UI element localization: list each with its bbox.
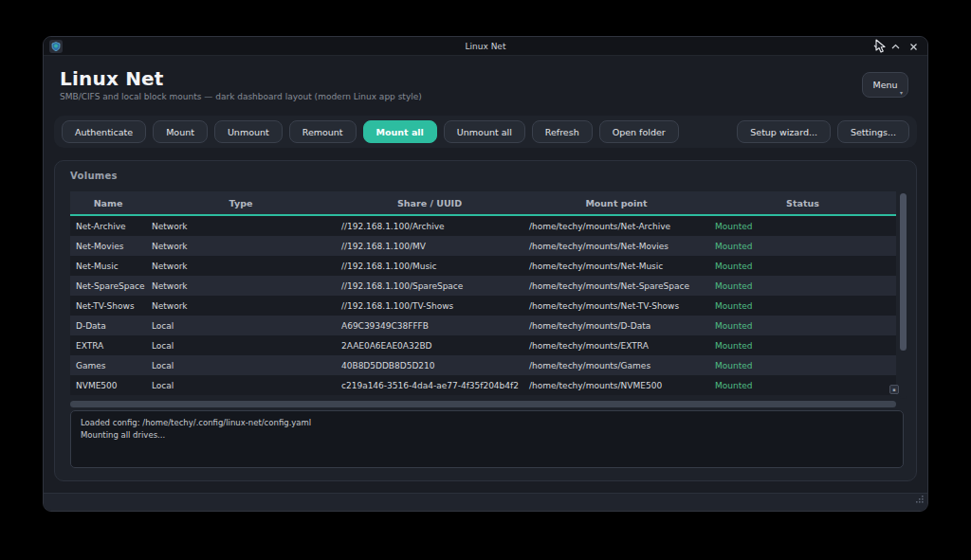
log-line: Mounting all drives... bbox=[81, 429, 893, 442]
resize-grip-icon[interactable] bbox=[914, 490, 925, 508]
titlebar[interactable]: Linux Net bbox=[44, 37, 927, 56]
table-row-net-movies[interactable]: Net-MoviesNetwork//192.168.1.100/MV/home… bbox=[70, 236, 896, 256]
volumes-section-title: Volumes bbox=[70, 171, 118, 181]
toolbar: AuthenticateMountUnmountRemountMount all… bbox=[54, 116, 917, 148]
table-row-net-music[interactable]: Net-MusicNetwork//192.168.1.100/Music/ho… bbox=[70, 256, 896, 276]
cell-name: Net-Archive bbox=[70, 222, 146, 231]
cell-name: Net-SpareSpace bbox=[70, 281, 146, 291]
log-line: Loaded config: /home/techy/.config/linux… bbox=[81, 417, 893, 429]
cell-status: Mounted bbox=[709, 222, 896, 231]
cell-status: Mounted bbox=[709, 281, 896, 291]
cell-share-uuid: A69C39349C38FFFB bbox=[336, 321, 523, 331]
cell-type: Network bbox=[146, 281, 336, 291]
table-header-row: NameTypeShare / UUIDMount pointStatus bbox=[70, 191, 896, 216]
vertical-scrollbar-thumb[interactable] bbox=[900, 193, 907, 351]
cell-status: Mounted bbox=[709, 341, 896, 351]
cell-type: Network bbox=[146, 262, 336, 271]
cell-status: Mounted bbox=[709, 321, 896, 331]
app-window: Linux Net Linux Net SMB/CIFS and local b… bbox=[43, 36, 928, 512]
toolbar-button-setup-wizard[interactable]: Setup wizard... bbox=[737, 120, 831, 143]
column-header-name[interactable]: Name bbox=[70, 198, 146, 208]
cell-mount-point: /home/techy/mounts/Net-SpareSpace bbox=[523, 281, 709, 291]
cell-name: Games bbox=[70, 361, 146, 370]
column-header-mount-point[interactable]: Mount point bbox=[523, 198, 709, 208]
cell-share-uuid: //192.168.1.100/SpareSpace bbox=[336, 281, 523, 291]
page-header: Linux Net SMB/CIFS and local block mount… bbox=[60, 62, 911, 111]
close-icon[interactable] bbox=[908, 42, 919, 52]
cell-type: Local bbox=[146, 381, 336, 390]
horizontal-scrollbar-track[interactable] bbox=[70, 401, 896, 407]
toolbar-button-mount[interactable]: Mount bbox=[153, 120, 208, 143]
table-row-extra[interactable]: EXTRALocal2AAE0A6EAE0A32BD/home/techy/mo… bbox=[70, 335, 896, 355]
toolbar-button-unmount[interactable]: Unmount bbox=[214, 120, 283, 143]
mouse-cursor bbox=[874, 39, 889, 58]
toolbar-button-settings[interactable]: Settings... bbox=[837, 120, 909, 143]
cell-share-uuid: //192.168.1.100/Archive bbox=[336, 222, 523, 231]
vertical-scrollbar-track[interactable] bbox=[900, 191, 907, 399]
cell-share-uuid: //192.168.1.100/Music bbox=[336, 262, 523, 271]
volumes-panel: Volumes NameTypeShare / UUIDMount pointS… bbox=[54, 160, 917, 481]
column-header-status[interactable]: Status bbox=[709, 198, 896, 208]
window-title: Linux Net bbox=[44, 37, 927, 56]
cell-share-uuid: 40B8D5DDB8D5D210 bbox=[336, 361, 523, 370]
cell-type: Local bbox=[146, 341, 336, 351]
cell-name: Net-TV-Shows bbox=[70, 301, 146, 311]
cell-status: Mounted bbox=[709, 361, 896, 370]
cell-type: Network bbox=[146, 301, 336, 311]
cell-status: Mounted bbox=[709, 262, 896, 271]
cell-mount-point: /home/techy/mounts/EXTRA bbox=[523, 341, 709, 351]
page-title: Linux Net bbox=[60, 67, 911, 90]
toolbar-left: AuthenticateMountUnmountRemountMount all… bbox=[62, 120, 679, 143]
cell-type: Network bbox=[146, 222, 336, 231]
cell-mount-point: /home/techy/mounts/Net-TV-Shows bbox=[523, 301, 709, 311]
table-row-d-data[interactable]: D-DataLocalA69C39349C38FFFB/home/techy/m… bbox=[70, 316, 896, 335]
cell-mount-point: /home/techy/mounts/Net-Movies bbox=[523, 242, 709, 251]
log-output[interactable]: Loaded config: /home/techy/.config/linux… bbox=[70, 410, 904, 468]
cell-mount-point: /home/techy/mounts/D-Data bbox=[523, 321, 709, 331]
cell-type: Local bbox=[146, 321, 336, 331]
table-body: Net-ArchiveNetwork//192.168.1.100/Archiv… bbox=[70, 216, 896, 395]
menu-button[interactable]: Menu ▾ bbox=[862, 72, 908, 98]
cell-name: EXTRA bbox=[70, 341, 146, 351]
maximize-icon[interactable] bbox=[890, 42, 901, 52]
column-header-type[interactable]: Type bbox=[146, 198, 336, 208]
toolbar-button-mount-all[interactable]: Mount all bbox=[363, 120, 437, 143]
cell-type: Local bbox=[146, 361, 336, 370]
cell-status: Mounted bbox=[709, 242, 896, 251]
toolbar-button-open-folder[interactable]: Open folder bbox=[599, 120, 679, 143]
cell-type: Network bbox=[146, 242, 336, 251]
cell-mount-point: /home/techy/mounts/Net-Music bbox=[523, 262, 709, 271]
cell-mount-point: /home/techy/mounts/NVME500 bbox=[523, 381, 709, 390]
cell-share-uuid: //192.168.1.100/TV-Shows bbox=[336, 301, 523, 311]
cell-mount-point: /home/techy/mounts/Net-Archive bbox=[523, 222, 709, 231]
cell-share-uuid: c219a146-3516-4da4-ae77-4f35f204b4f2 bbox=[336, 381, 523, 390]
cell-name: Net-Movies bbox=[70, 242, 146, 251]
table-row-net-sparespace[interactable]: Net-SpareSpaceNetwork//192.168.1.100/Spa… bbox=[70, 276, 896, 296]
cell-status: Mounted bbox=[709, 301, 896, 311]
cell-share-uuid: 2AAE0A6EAE0A32BD bbox=[336, 341, 523, 351]
cell-mount-point: /home/techy/mounts/Games bbox=[523, 361, 709, 370]
table-row-net-tv-shows[interactable]: Net-TV-ShowsNetwork//192.168.1.100/TV-Sh… bbox=[70, 296, 896, 316]
cell-name: D-Data bbox=[70, 321, 146, 331]
menu-button-label: Menu bbox=[872, 80, 897, 90]
toolbar-right: Setup wizard...Settings... bbox=[737, 120, 909, 143]
table-row-nvme500[interactable]: NVME500Localc219a146-3516-4da4-ae77-4f35… bbox=[70, 375, 896, 395]
toolbar-button-authenticate[interactable]: Authenticate bbox=[62, 120, 146, 143]
toolbar-button-remount[interactable]: Remount bbox=[289, 120, 357, 143]
volumes-table: NameTypeShare / UUIDMount pointStatus Ne… bbox=[70, 191, 896, 395]
status-bar bbox=[44, 493, 927, 511]
cell-share-uuid: //192.168.1.100/MV bbox=[336, 242, 523, 251]
column-header-share-uuid[interactable]: Share / UUID bbox=[336, 198, 523, 208]
table-corner-button[interactable]: ▪ bbox=[889, 385, 899, 394]
cell-name: Net-Music bbox=[70, 262, 146, 271]
page-subtitle: SMB/CIFS and local block mounts — dark d… bbox=[60, 92, 911, 101]
table-row-games[interactable]: GamesLocal40B8D5DDB8D5D210/home/techy/mo… bbox=[70, 355, 896, 375]
toolbar-button-unmount-all[interactable]: Unmount all bbox=[444, 120, 525, 143]
cell-name: NVME500 bbox=[70, 381, 146, 390]
caret-down-icon: ▾ bbox=[900, 90, 903, 96]
horizontal-scrollbar-thumb[interactable] bbox=[70, 401, 896, 407]
toolbar-button-refresh[interactable]: Refresh bbox=[532, 120, 593, 143]
cell-status: Mounted bbox=[709, 381, 896, 390]
table-row-net-archive[interactable]: Net-ArchiveNetwork//192.168.1.100/Archiv… bbox=[70, 216, 896, 236]
